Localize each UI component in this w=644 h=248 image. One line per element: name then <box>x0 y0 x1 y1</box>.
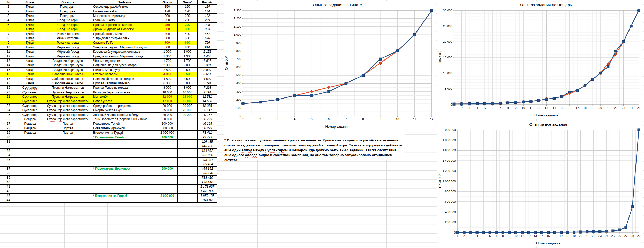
header-number[interactable]: № <box>0 0 17 5</box>
cell-number[interactable]: 44 <box>0 198 17 202</box>
cell-location[interactable]: Заброшенные шахты <box>43 81 92 86</box>
cell-xp-corrected[interactable]: 170 <box>178 9 198 13</box>
cell-bivak[interactable]: Суслангер <box>17 103 43 108</box>
cell-location[interactable]: Река и острова <box>43 32 92 36</box>
cell-calc[interactable]: 11 581 <box>198 95 217 99</box>
cell-number[interactable]: 35 <box>0 157 17 162</box>
cell-task[interactable]: Помочь Карансулу <box>92 67 157 72</box>
cell-xp-corrected[interactable]: 300 <box>178 22 198 27</box>
cell-task[interactable]: Королева блуждающих огоньков <box>92 50 157 54</box>
cell-xp[interactable]: 500 000 <box>157 126 178 130</box>
cell-task[interactable]: Пропал Гонец из города! <box>92 86 157 90</box>
cell-xp-corrected[interactable]: 30 000 <box>178 112 198 117</box>
cell-calc[interactable]: 914 <box>198 45 217 49</box>
cell-xp-corrected[interactable]: 250 <box>178 18 198 22</box>
cell-xp-corrected[interactable] <box>178 153 198 157</box>
cell-location[interactable]: Предгорья <box>43 9 92 13</box>
cell-number[interactable]: 4 <box>0 18 17 22</box>
cell-number[interactable]: 43 <box>0 193 17 198</box>
cell-task[interactable]: Магическая пирамида <box>92 14 157 18</box>
cell-location[interactable] <box>43 185 92 189</box>
cell-calc[interactable]: 1 450 <box>198 54 217 58</box>
cell-calc[interactable]: 1 827 <box>198 59 217 63</box>
cell-number[interactable]: 27 <box>0 122 17 126</box>
cell-bivak[interactable]: Пещера <box>17 117 43 122</box>
cell-task[interactable]: Чёрные единороги <box>92 59 157 63</box>
cell-bivak[interactable]: Кания <box>17 67 43 72</box>
cell-xp[interactable] <box>157 157 178 162</box>
cell-location[interactable]: Предгорья <box>43 5 92 9</box>
cell-location[interactable] <box>43 198 92 202</box>
cell-xp-corrected[interactable]: 13 000 <box>178 95 198 99</box>
cell-bivak[interactable]: Кания <box>17 72 43 77</box>
cell-xp-corrected[interactable]: 3 500 <box>178 72 198 77</box>
cell-location[interactable] <box>43 153 92 157</box>
cell-task[interactable] <box>92 180 157 184</box>
header-location[interactable]: Локация <box>43 0 92 5</box>
cell-location[interactable]: Суслангер и его окрестности <box>43 108 92 112</box>
cell-bivak[interactable]: Суслангер <box>17 95 43 99</box>
cell-calc[interactable]: 18 376 <box>198 103 217 108</box>
cell-xp[interactable]: 150 <box>157 5 178 9</box>
cell-number[interactable]: 3 <box>0 14 17 18</box>
chart-xp-before-cave[interactable]: 05 00010 00015 00020 00025 00030 0001234… <box>437 1 643 119</box>
cell-bivak[interactable]: Гипат <box>17 32 43 36</box>
cell-xp[interactable]: 1 000 <box>157 50 178 54</box>
cell-location[interactable] <box>43 180 92 184</box>
cell-task[interactable]: Хороший человек попал в беду! <box>92 112 157 117</box>
cell-calc[interactable]: 232 826 <box>198 153 217 157</box>
cell-xp-corrected[interactable]: 1 300 <box>178 54 198 58</box>
cell-number[interactable]: 8 <box>0 36 17 41</box>
cell-xp[interactable]: 500 000 <box>157 167 178 171</box>
cell-task[interactable]: Драконы угрожают Посёлку! <box>92 27 157 32</box>
cell-bivak[interactable] <box>17 140 43 144</box>
cell-xp[interactable]: 800 <box>157 45 178 49</box>
cell-location[interactable]: Владения Карансула <box>43 67 92 72</box>
cell-calc[interactable]: 46 265 <box>198 122 217 126</box>
cell-location[interactable]: Пустыня Некромантов <box>43 86 92 90</box>
chart-xp-all-quests[interactable]: 0200 000400 000600 000800 0001 000 0001 … <box>437 121 643 247</box>
cell-xp[interactable]: 700 <box>157 41 178 45</box>
cell-task[interactable]: Умертвия рядом с Мёртвым Городом! <box>92 45 157 49</box>
cell-xp[interactable]: 200 <box>157 14 178 18</box>
cell-location[interactable]: Средние Горы <box>43 22 92 27</box>
cell-xp[interactable]: 1 300 <box>157 54 178 58</box>
cell-xp-corrected[interactable]: 150 <box>178 5 198 9</box>
cell-xp[interactable]: 2 000 000 <box>157 131 178 135</box>
cell-task[interactable]: Старые Карьеры <box>92 72 157 77</box>
cell-bivak[interactable]: Гипат <box>17 36 43 41</box>
cell-location[interactable] <box>43 167 92 171</box>
cell-task[interactable]: Я придумал хитрый план <box>92 36 157 41</box>
cell-task[interactable] <box>92 144 157 148</box>
cell-location[interactable]: Река и острова <box>43 41 92 45</box>
cell-task[interactable]: Просьба отшельника <box>92 32 157 36</box>
cell-location[interactable]: Пустыня Некромантов <box>43 90 92 94</box>
cell-xp[interactable]: 250 <box>157 22 178 27</box>
cell-location[interactable]: Суслангер и его окрестности <box>43 99 92 103</box>
cell-number[interactable]: 21 <box>0 95 17 99</box>
cell-calc[interactable]: 9 194 <box>198 90 217 94</box>
cell-number[interactable]: 40 <box>0 180 17 184</box>
cell-xp-corrected[interactable] <box>178 176 198 180</box>
cell-bivak[interactable] <box>17 148 43 153</box>
cell-xp[interactable] <box>157 148 178 153</box>
cell-calc[interactable]: 3 651 <box>198 72 217 77</box>
cell-calc[interactable]: 369 434 <box>198 162 217 167</box>
chart-xp-gipat[interactable]: 01002003004005006007008009001 0001 1001 … <box>224 1 436 131</box>
cell-xp-corrected[interactable] <box>178 140 198 144</box>
cell-xp-corrected[interactable]: 2 500 <box>178 67 198 72</box>
cell-number[interactable]: 11 <box>0 50 17 54</box>
cell-bivak[interactable] <box>17 135 43 139</box>
cell-task[interactable]: Тень Повелителя (версии 1.03 и ниже) <box>92 117 157 122</box>
cell-calc[interactable]: 14 588 <box>198 99 217 103</box>
cell-xp-corrected[interactable]: 650 <box>178 41 198 45</box>
cell-xp[interactable]: 25 000 <box>157 108 178 112</box>
cell-bivak[interactable]: Суслангер <box>17 108 43 112</box>
cell-location[interactable] <box>43 144 92 148</box>
cell-bivak[interactable]: Гипат <box>17 14 43 18</box>
cell-xp[interactable]: 17 000 <box>157 99 178 103</box>
cell-xp-corrected[interactable] <box>178 144 198 148</box>
cell-bivak[interactable] <box>17 157 43 162</box>
cell-location[interactable]: Портал <box>43 126 92 130</box>
cell-bivak[interactable]: Кания <box>17 63 43 67</box>
